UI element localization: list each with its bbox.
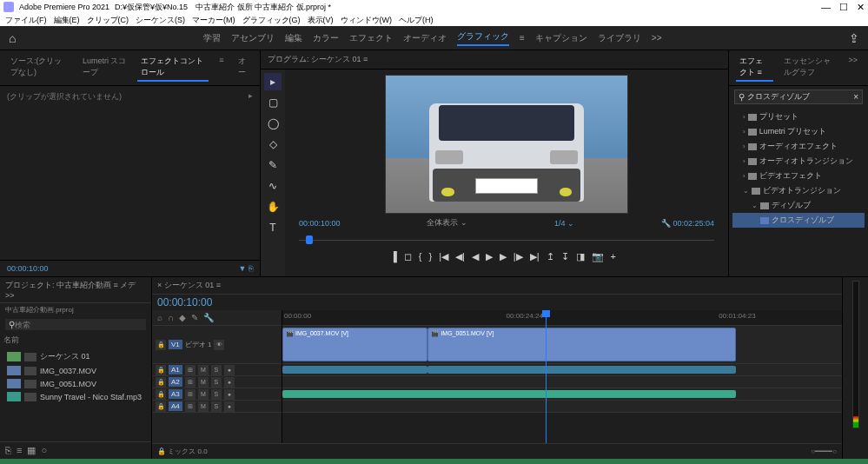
effects-search-input[interactable] [747,93,851,102]
workspace-audio[interactable]: オーディオ [403,32,447,44]
workspace-captions[interactable]: キャプション [535,32,587,44]
mark-out-button[interactable]: } [428,251,432,262]
track-A1-M[interactable]: M [198,365,209,375]
track-lock-A4[interactable]: 🔒 [156,401,166,412]
menu-clip[interactable]: クリップ(C) [87,15,129,26]
button-editor-button[interactable]: + [611,251,623,262]
maximize-button[interactable]: ☐ [839,2,848,13]
workspace-more[interactable]: >> [652,33,662,43]
marker-icon[interactable]: ◆ [179,313,186,322]
clip-IMG_0037.MOV [V][interactable]: 🎬 IMG_0037.MOV [V] [282,328,427,361]
track-A2-S[interactable]: S [211,377,222,388]
wrench-icon[interactable]: 🔧 [203,313,214,322]
menu-file[interactable]: ファイル(F) [5,15,47,26]
play-only-icon[interactable]: ▸ [248,91,253,100]
filter-icon[interactable]: ▼ [239,264,247,273]
safe-margins-button[interactable]: ◻ [404,251,412,262]
essential-graphics-tab[interactable]: エッセンシャルグラフ [780,54,838,82]
fx-プリセット[interactable]: › プリセット [732,109,865,124]
project-item-IMG_0051.MOV[interactable]: IMG_0051.MOV [3,377,148,390]
track-A3-label[interactable]: A3 [169,389,182,399]
track-A4-●[interactable]: ● [224,401,235,412]
track-a4[interactable] [282,401,842,413]
goto-out-button[interactable]: ▶| [530,251,540,262]
fx-オーディオエフェクト[interactable]: › オーディオエフェクト [732,139,865,154]
track-v1[interactable]: 🎬 IMG_0037.MOV [V]🎬 IMG_0051.MOV [V] [282,326,842,364]
project-search-input[interactable] [15,320,142,329]
menu-view[interactable]: 表示(V) [308,15,334,26]
audio-tab[interactable]: オー [235,54,253,82]
audio-clip[interactable] [427,366,735,374]
play-fwd-button[interactable]: ▶ [500,251,507,262]
freeform-view-button[interactable]: ○ [41,445,47,456]
workspace-learn[interactable]: 学習 [203,32,221,44]
wrench-icon[interactable]: 🔧 [661,219,671,228]
menu-graphics[interactable]: グラフィック(G) [242,15,301,26]
project-item-Sunny Travel - Nico Staf.mp3[interactable]: Sunny Travel - Nico Staf.mp3 [3,390,148,403]
hand-tool[interactable]: ✋ [264,198,282,215]
track-lock-v1[interactable]: 🔒 [156,340,166,350]
zoom-slider[interactable]: ○━━━━○ [811,447,837,455]
track-A2-M[interactable]: M [198,377,209,388]
column-name[interactable]: 名前 [0,333,151,348]
workspace-color[interactable]: カラー [313,32,339,44]
source-tab[interactable]: ソース:(クリップなし) [7,54,72,82]
track-lock-A2[interactable]: 🔒 [156,377,166,388]
fx-Lumetri プリセット[interactable]: › Lumetri プリセット [732,124,865,139]
track-A4-label[interactable]: A4 [169,401,182,411]
mark-in-button[interactable]: { [419,251,422,262]
snapshot-button[interactable]: 📷 [592,251,604,262]
fx-オーディオトランジション[interactable]: › オーディオトランジション [732,154,865,169]
project-item-シーケンス 01[interactable]: シーケンス 01 [3,349,148,364]
track-a1[interactable] [282,364,842,376]
workspace-library[interactable]: ライブラリ [598,32,641,44]
music-clip[interactable] [282,390,736,398]
menu-window[interactable]: ウィンドウ(W) [341,15,393,26]
track-lock-mix[interactable]: 🔒 [157,447,166,455]
fit-dropdown[interactable]: 全体表示 [427,218,458,227]
menu-help[interactable]: ヘルプ(H) [399,15,434,26]
effects-panel-tab[interactable]: エフェクト ≡ [736,54,773,82]
playhead[interactable] [546,310,547,443]
vector-tool[interactable]: ▢ [264,94,282,111]
track-a3[interactable] [282,388,842,401]
export-frame-button[interactable]: ◨ [576,251,585,262]
workspace-graphics[interactable]: グラフィック [457,30,509,46]
program-scrubber[interactable] [290,234,723,246]
goto-in-button[interactable]: |◀ [439,251,448,262]
timeline-timecode[interactable]: 00:00:10:00 [152,295,842,310]
track-A4-M[interactable]: M [198,401,209,412]
track-A4-S[interactable]: S [211,401,222,412]
step-back-button[interactable]: ◀| [455,251,465,262]
selection-tool[interactable]: ▸ [264,73,282,90]
new-item-button[interactable]: ⎘ [5,445,11,456]
track-A1-●[interactable]: ● [224,365,235,375]
play-back-button[interactable]: ◀ [472,251,479,262]
list-view-button[interactable]: ≡ [17,445,22,456]
track-A2-●[interactable]: ● [224,377,235,388]
lumetri-tab[interactable]: Lumetri スコープ [79,54,130,82]
pen-tool[interactable]: ✎ [264,156,282,174]
menu-sequence[interactable]: シーケンス(S) [136,15,185,26]
program-monitor-video[interactable] [385,75,628,214]
project-breadcrumb[interactable]: 中古車紹介動画.prproj [0,303,151,316]
snap-icon[interactable]: ⌕ [157,313,162,322]
program-timecode-left[interactable]: 00:00:10:00 [299,219,341,228]
menu-marker[interactable]: マーカー(M) [192,15,235,26]
panel-more[interactable]: >> [845,54,861,82]
workspace-edit[interactable]: 編集 [285,32,302,44]
track-v1-label[interactable]: V1 [169,340,182,349]
menu-edit[interactable]: 編集(E) [54,15,80,26]
clip-IMG_0051.MOV [V][interactable]: 🎬 IMG_0051.MOV [V] [427,328,735,361]
track-lock-A1[interactable]: 🔒 [156,365,166,375]
path-tool[interactable]: ∿ [264,177,282,195]
timeline-ruler[interactable]: 00:00:00 00:00:24:24 00:01:04:23 [282,310,842,326]
poly-tool[interactable]: ◇ [264,136,282,153]
workspace-assembly[interactable]: アセンブリ [231,32,275,44]
track-lock-A3[interactable]: 🔒 [156,389,166,400]
settings-icon[interactable]: ✎ [191,313,198,322]
workspace-menu-icon[interactable]: ≡ [520,33,525,43]
track-A1-label[interactable]: A1 [169,365,182,375]
track-A3-M[interactable]: M [198,389,209,400]
scale-dropdown[interactable]: 1/4 [554,219,566,228]
